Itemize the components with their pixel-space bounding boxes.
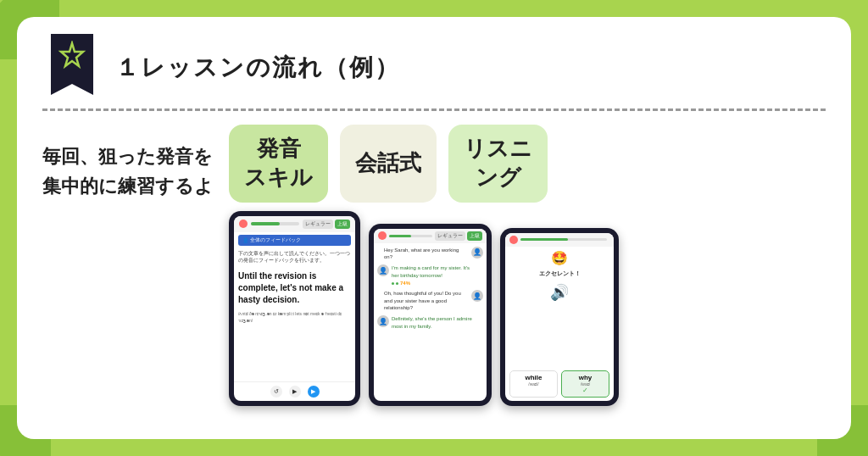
category-pronunciation: 発音スキル — [229, 125, 328, 203]
level-badges: レギュラー 上級 — [303, 220, 350, 229]
logo-bookmark — [42, 34, 102, 102]
chat-area: 👤 Hey Sarah, what are you working on? 👤 … — [374, 243, 487, 401]
phone1-phonetic: /ʌntɪl ðə rɪˈvɪʒ.ən ɪz kəmˈpliːt lets nɒ… — [234, 309, 355, 325]
phone1-feedback-label: 👤 全体のフィードバック — [238, 235, 351, 246]
level-badge-regular: レギュラー — [303, 220, 333, 229]
rewind-button[interactable]: ↺ — [270, 386, 282, 398]
level-badge-advanced: 上級 — [335, 220, 350, 229]
phone3-label: エクセレント！ — [505, 270, 614, 278]
left-text-line1: 毎回、狙った発音を — [42, 142, 212, 171]
percent-badge: 74% — [400, 281, 410, 286]
chat-msg-3: 👤 Oh, how thoughtful of you! Do you and … — [377, 290, 483, 311]
chat-bubble-4: Definitely, she's the person I admire mo… — [392, 315, 476, 330]
phone3-emoji: 🤩 — [505, 247, 614, 270]
phone3-progress-bar — [520, 238, 607, 241]
phone-mockup-1: レギュラー 上級 👤 全体のフィードバック 下の文章を声に出して読んでください。… — [229, 211, 360, 406]
svg-marker-0 — [61, 43, 83, 66]
word-while-text: while — [513, 374, 554, 381]
phone1-instruction: 下の文章を声に出して読んでください。一つ一つの発音にフィードバックを行います。 — [234, 248, 355, 268]
left-description: 毎回、狙った発音を 集中的に練習するよ — [42, 125, 212, 201]
phone2-close-btn — [378, 231, 387, 240]
play-slow-button[interactable]: ▶ — [289, 386, 301, 398]
chat-bubble-1: Hey Sarah, what are you working on? — [384, 247, 469, 261]
phone1-top-bar: レギュラー 上級 — [234, 216, 355, 232]
play-button[interactable]: ▶ — [308, 386, 320, 398]
phone-screen-3: 🤩 エクセレント！ 🔊 while /waɪl/ why /waɪ/ ✓ — [505, 233, 614, 401]
word-card-why[interactable]: why /waɪ/ ✓ — [561, 370, 609, 398]
page-title: １レッスンの流れ（例） — [115, 52, 400, 84]
phone1-main-text: Until the revision is complete, let's no… — [234, 267, 355, 309]
chat-avatar-4: 👤 — [377, 315, 389, 327]
phone-mockup-3: 🤩 エクセレント！ 🔊 while /waɪl/ why /waɪ/ ✓ — [500, 228, 619, 406]
chat-bubble-2-wrapper: I'm making a card for my sister. It's he… — [392, 264, 476, 286]
phone2-level-badges: レギュラー 上級 — [435, 231, 482, 241]
phone3-top-bar — [505, 233, 614, 247]
phone-screen-1: レギュラー 上級 👤 全体のフィードバック 下の文章を声に出して読んでください。… — [234, 216, 355, 401]
word-why-text: why — [565, 374, 606, 381]
phone-mockups-container: レギュラー 上級 👤 全体のフィードバック 下の文章を声に出して読んでください。… — [229, 211, 826, 406]
word-why-check: ✓ — [565, 386, 606, 394]
category-conversation: 会話式 — [340, 125, 437, 203]
chat-avatar-1: 👤 — [471, 247, 483, 259]
phone1-close-btn — [239, 220, 248, 228]
chat-msg-4: 👤 Definitely, she's the person I admire … — [377, 315, 483, 330]
phone1-controls: ↺ ▶ ▶ — [234, 381, 355, 401]
audio-dot — [392, 282, 394, 285]
phone1-progress-bar — [251, 222, 299, 225]
phone3-progress-fill — [520, 238, 568, 241]
word-card-while[interactable]: while /waɪl/ — [509, 370, 558, 398]
phone3-speaker-icon[interactable]: 🔊 — [505, 281, 614, 304]
phone1-progress-fill — [251, 222, 280, 225]
category-boxes: 発音スキル 会話式 リスニング — [229, 125, 826, 203]
chat-avatar-3: 👤 — [471, 290, 483, 302]
phone2-progress-fill — [389, 235, 411, 237]
phone2-progress-bar — [389, 235, 432, 237]
phone2-badge-advanced: 上級 — [467, 231, 482, 241]
left-text-line2: 集中的に練習するよ — [42, 171, 212, 201]
phone2-badge-regular: レギュラー — [435, 231, 465, 241]
chat-bubble-2: I'm making a card for my sister. It's he… — [392, 264, 476, 279]
phone2-top-bar: レギュラー 上級 — [374, 229, 487, 243]
section-divider — [42, 108, 826, 111]
phone3-close-btn — [509, 236, 518, 244]
chat-bubble-3: Oh, how thoughtful of you! Do you and yo… — [384, 290, 469, 311]
header: １レッスンの流れ（例） — [42, 34, 826, 102]
main-card: １レッスンの流れ（例） 毎回、狙った発音を 集中的に練習するよ 発音スキル 会話… — [17, 17, 851, 439]
content-area: 毎回、狙った発音を 集中的に練習するよ 発音スキル 会話式 リスニング — [42, 125, 826, 406]
phone-screen-2: レギュラー 上級 👤 Hey Sarah, what are you worki… — [374, 229, 487, 401]
phone-mockup-2: レギュラー 上級 👤 Hey Sarah, what are you worki… — [369, 224, 492, 406]
logo-icon — [58, 41, 86, 70]
audio-bar-1: 74% — [392, 281, 476, 286]
audio-dot-2 — [396, 282, 398, 285]
chat-msg-2: 👤 I'm making a card for my sister. It's … — [377, 264, 483, 286]
chat-msg-1: 👤 Hey Sarah, what are you working on? — [377, 247, 483, 261]
category-listening: リスニング — [448, 125, 548, 203]
word-while-phonetic: /waɪl/ — [513, 381, 554, 386]
chat-avatar-2: 👤 — [377, 264, 389, 276]
phone3-word-cards: while /waɪl/ why /waɪ/ ✓ — [505, 367, 614, 401]
